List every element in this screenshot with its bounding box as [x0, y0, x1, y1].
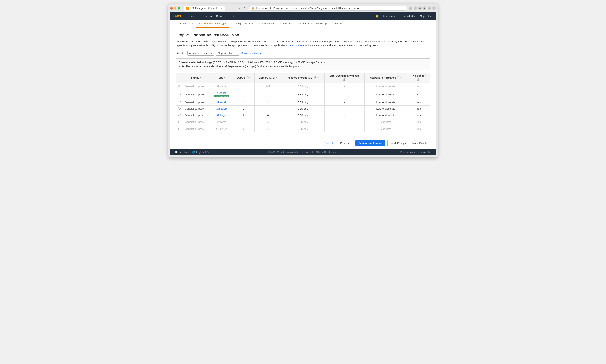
- row-type[interactable]: t2.2xlarge: [210, 125, 233, 132]
- generation-filter[interactable]: All generations: [216, 51, 239, 56]
- terms-of-use-link[interactable]: Terms of Use: [417, 151, 431, 154]
- row-radio-input[interactable]: [178, 101, 181, 103]
- row-memory: 8: [255, 112, 282, 118]
- currently-selected-label: Currently selected:: [179, 61, 202, 64]
- vcpus-sort-button[interactable]: ⇅: [249, 77, 251, 79]
- table-row[interactable]: General purposet2.medium24EBS only-Low t…: [176, 105, 430, 112]
- row-type[interactable]: t2.xlarge: [210, 118, 233, 125]
- row-family: General purpose: [183, 83, 210, 90]
- learn-more-link[interactable]: Learn more: [289, 44, 302, 47]
- bookmark-icon[interactable]: ☆: [409, 6, 412, 10]
- review-launch-button[interactable]: Review and Launch: [355, 140, 385, 146]
- vcpus-info-icon[interactable]: i: [246, 77, 249, 79]
- menu-icon[interactable]: ⋮: [432, 6, 436, 10]
- address-bar[interactable]: 🔒 https://eu-central-1.console.aws.amazo…: [249, 6, 407, 11]
- row-ebs: -: [324, 90, 364, 99]
- row-ebs: -: [324, 99, 364, 105]
- url-text: https://eu-central-1.console.aws.amazon.…: [256, 7, 365, 10]
- page-description: Amazon EC2 provides a wide selection of …: [176, 39, 430, 47]
- network-info-icon[interactable]: i: [397, 77, 399, 79]
- instance-type-filter[interactable]: All instance types: [188, 51, 214, 56]
- tab-close-button[interactable]: ✕: [220, 7, 222, 10]
- minimize-window-button[interactable]: [174, 7, 176, 10]
- table-row[interactable]: ⊘General purposet2.xlarge416EBS only-Mod…: [176, 118, 430, 125]
- ebs-info-icon[interactable]: i: [343, 78, 346, 81]
- table-row[interactable]: General purposet2.large28EBS only-Low to…: [176, 112, 430, 118]
- table-row[interactable]: General purposet2.microFree tier eligibl…: [176, 90, 430, 99]
- col-type: Type ⇅: [210, 73, 233, 83]
- table-row[interactable]: ⊘General purposet2.2xlarge832EBS only-Mo…: [176, 125, 430, 132]
- row-radio-input[interactable]: [178, 107, 181, 110]
- row-family: General purpose: [183, 105, 210, 112]
- table-row[interactable]: General purposet2.small12EBS only-Low to…: [176, 99, 430, 105]
- privacy-policy-link[interactable]: Privacy Policy: [400, 151, 415, 154]
- step-1[interactable]: 1. Choose AMI: [175, 20, 196, 28]
- ipv6-info-icon[interactable]: i: [417, 78, 420, 81]
- cancel-button[interactable]: Cancel: [323, 141, 335, 146]
- row-type[interactable]: t2.large: [210, 112, 233, 118]
- user-chevron-icon: ▼: [396, 15, 398, 17]
- row-network: Low to Moderate: [364, 99, 407, 105]
- step-3[interactable]: 3. Configure Instance: [229, 20, 256, 28]
- browser-tab[interactable]: EC2 Management Console ✕: [184, 6, 225, 11]
- selected-instance-info: Currently selected: m3.large (6.5 ECUs, …: [179, 61, 427, 64]
- services-menu[interactable]: Services ▼: [186, 14, 200, 18]
- disabled-icon: ⊘: [178, 120, 181, 123]
- filter-bar: Filter by: All instance types All genera…: [176, 51, 430, 56]
- pin-icon[interactable]: ✦: [231, 14, 236, 18]
- feedback-link[interactable]: 💬 Feedback: [175, 151, 189, 154]
- maximize-window-button[interactable]: [178, 7, 180, 10]
- resource-groups-menu[interactable]: Resource Groups ▼: [203, 14, 228, 18]
- row-memory: 4: [255, 105, 282, 112]
- row-ebs: -: [324, 118, 364, 125]
- step-7[interactable]: 7. Review: [329, 20, 345, 28]
- type-sort-button[interactable]: ⇅: [224, 77, 226, 79]
- vendor-note: Note: The vendor recommends using a m3.l…: [179, 64, 427, 68]
- close-window-button[interactable]: [170, 7, 173, 10]
- row-network: Low to Moderate: [364, 112, 407, 118]
- row-storage: EBS only: [282, 112, 324, 118]
- previous-button[interactable]: Previous: [337, 140, 354, 146]
- memory-sort-button[interactable]: ⇅: [276, 77, 278, 79]
- extension-icon-4[interactable]: ⊡: [428, 6, 431, 10]
- page-footer: 💬 Feedback 🌐 English (US) © 2008 - 2019,…: [170, 149, 436, 156]
- row-type[interactable]: t2.medium: [210, 105, 233, 112]
- row-type[interactable]: t2.microFree tier eligible: [210, 90, 233, 99]
- back-button[interactable]: ←: [230, 6, 235, 10]
- show-hide-columns-link[interactable]: Show/Hide Columns: [241, 52, 264, 55]
- page-title: Step 2: Choose an Instance Type: [176, 33, 430, 38]
- network-sort-button[interactable]: ⇅: [400, 77, 402, 79]
- extension-icon-3[interactable]: ◈: [423, 6, 426, 10]
- family-sort-button[interactable]: ⇅: [200, 77, 202, 79]
- row-type[interactable]: t2.small: [210, 99, 233, 105]
- row-network: Moderate: [364, 125, 407, 132]
- extension-icon-2[interactable]: ⊛: [418, 6, 422, 10]
- row-vcpus: 4: [233, 118, 255, 125]
- language-selector[interactable]: 🌐 English (US): [192, 151, 209, 154]
- row-memory: 16: [255, 118, 282, 125]
- refresh-button[interactable]: ⟳: [243, 6, 247, 10]
- step-5[interactable]: 5. Add Tags: [277, 20, 295, 28]
- region-menu[interactable]: Frankfurt ▼: [402, 14, 417, 18]
- storage-info-icon[interactable]: i: [314, 77, 317, 79]
- footer-right: Privacy Policy Terms of Use: [400, 151, 431, 154]
- next-configure-button[interactable]: Next: Configure Instance Details: [387, 140, 430, 146]
- storage-sort-button[interactable]: ⇅: [318, 77, 319, 79]
- row-type[interactable]: t2.nano: [210, 83, 233, 90]
- forward-button[interactable]: →: [236, 6, 241, 10]
- step-6[interactable]: 6. Configure Security Group: [295, 20, 330, 28]
- row-radio-input[interactable]: [178, 93, 181, 95]
- table-row[interactable]: ⊘General purposet2.nano10.5EBS only-Low …: [176, 83, 430, 90]
- row-network: Low to Moderate: [364, 105, 407, 112]
- row-vcpus: 8: [233, 125, 255, 132]
- notifications-icon[interactable]: 🔔: [375, 14, 380, 18]
- row-storage: EBS only: [282, 99, 324, 105]
- step-4[interactable]: 4. Add Storage: [256, 20, 277, 28]
- extension-icon-1[interactable]: ⊙: [414, 6, 417, 10]
- user-menu[interactable]: t-neumann ▼: [382, 14, 399, 18]
- new-tab-button[interactable]: +: [227, 6, 229, 10]
- row-radio-input[interactable]: [178, 114, 181, 116]
- support-menu[interactable]: Support ▼: [419, 14, 433, 18]
- row-ipv6: Yes: [407, 112, 430, 118]
- step-2[interactable]: 2. Choose Instance Type: [196, 20, 229, 28]
